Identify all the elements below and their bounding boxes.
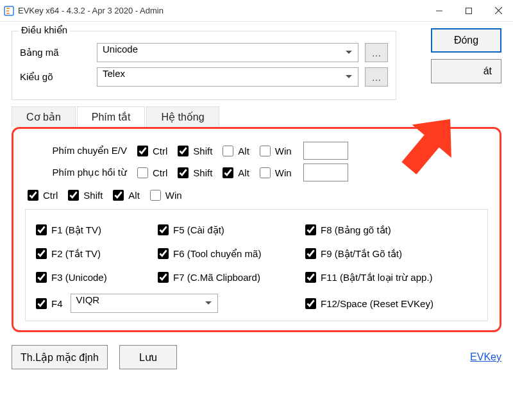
ev-switch-shift[interactable]: Shift (175, 144, 212, 158)
kieu-go-more-button[interactable]: … (365, 67, 388, 87)
control-group: Điều khiển Bảng mã Unicode … Kiểu gõ Tel… (12, 31, 396, 100)
ev-switch-alt[interactable]: Alt (220, 144, 249, 158)
restore-key-input[interactable] (303, 164, 348, 181)
f12-check[interactable]: F12/Space (Reset EVKey) (303, 294, 485, 313)
global-mods-row: Ctrl Shift Alt Win (25, 188, 488, 203)
bang-ma-label: Bảng mã (20, 47, 97, 58)
restore-ctrl[interactable]: Ctrl (135, 165, 167, 180)
titlebar: EVKey x64 - 4.3.2 - Apr 3 2020 - Admin (0, 0, 513, 22)
window-title: EVKey x64 - 4.3.2 - Apr 3 2020 - Admin (18, 6, 164, 15)
footer: Th.Lập mặc định Lưu EVKey (0, 339, 513, 369)
minimize-button[interactable] (425, 0, 454, 22)
f4-check[interactable]: F4 (33, 296, 63, 311)
restore-shift[interactable]: Shift (175, 165, 212, 180)
global-alt[interactable]: Alt (110, 188, 140, 203)
bang-ma-more-button[interactable]: … (365, 43, 388, 62)
f4-encoding-select[interactable]: VIQR (71, 294, 218, 313)
kieu-go-select[interactable]: Telex (97, 67, 358, 87)
exit-button-partial[interactable]: át (431, 59, 501, 83)
save-button-label: Lưu (139, 351, 157, 364)
shortcut-panel-highlight: Phím chuyển E/V Ctrl Shift Alt Win Phím … (12, 127, 501, 332)
dong-button[interactable]: Đóng (431, 28, 501, 53)
tab-he-thong[interactable]: Hệ thống (146, 106, 219, 127)
ev-switch-row: Phím chuyển E/V Ctrl Shift Alt Win (25, 142, 488, 160)
app-icon (4, 6, 14, 16)
f9-check[interactable]: F9 (Bật/Tắt Gõ tắt) (303, 246, 485, 261)
dong-button-label: Đóng (454, 35, 478, 46)
f11-check[interactable]: F11 (Bật/Tắt loại trừ app.) (303, 270, 485, 285)
f4-encoding-value: VIQR (71, 294, 218, 313)
f1-check[interactable]: F1 (Bật TV) (33, 223, 151, 237)
restore-word-row: Phím phục hồi từ Ctrl Shift Alt Win (25, 164, 488, 181)
global-shift[interactable]: Shift (65, 188, 103, 203)
tab-co-ban[interactable]: Cơ bản (12, 106, 76, 127)
exit-button-label: át (484, 65, 492, 77)
tabs: Cơ bản Phím tắt Hệ thống (12, 106, 501, 127)
restore-alt[interactable]: Alt (220, 165, 249, 180)
ev-switch-ctrl[interactable]: Ctrl (135, 144, 167, 158)
close-window-button[interactable] (484, 0, 513, 22)
svg-rect-2 (466, 8, 472, 13)
control-legend: Điều khiển (19, 24, 70, 36)
ev-switch-win[interactable]: Win (257, 144, 292, 158)
ev-switch-key-input[interactable] (303, 142, 348, 160)
global-ctrl[interactable]: Ctrl (25, 188, 58, 203)
tab-phim-tat[interactable]: Phím tắt (77, 106, 146, 127)
f6-check[interactable]: F6 (Tool chuyển mã) (155, 246, 299, 261)
ev-switch-label: Phím chuyển E/V (25, 145, 131, 156)
kieu-go-value: Telex (97, 67, 358, 87)
default-button-label: Th.Lập mặc định (21, 351, 99, 364)
evkey-link[interactable]: EVKey (470, 351, 501, 363)
bang-ma-value: Unicode (97, 43, 358, 62)
kieu-go-label: Kiểu gõ (20, 71, 97, 83)
save-button[interactable]: Lưu (119, 345, 177, 369)
restore-win[interactable]: Win (257, 165, 292, 180)
f8-check[interactable]: F8 (Bảng gõ tắt) (303, 223, 485, 237)
f7-check[interactable]: F7 (C.Mã Clipboard) (155, 270, 299, 285)
f3-check[interactable]: F3 (Unicode) (33, 270, 151, 285)
global-win[interactable]: Win (147, 188, 182, 203)
default-button[interactable]: Th.Lập mặc định (12, 345, 108, 369)
maximize-button[interactable] (454, 0, 484, 22)
restore-word-label: Phím phục hồi từ (25, 167, 131, 178)
bang-ma-select[interactable]: Unicode (97, 43, 358, 62)
f5-check[interactable]: F5 (Cài đặt) (155, 223, 299, 237)
f2-check[interactable]: F2 (Tắt TV) (33, 246, 151, 261)
fkey-group: F1 (Bật TV) F5 (Cài đặt) F8 (Bảng gõ tắt… (25, 209, 488, 321)
